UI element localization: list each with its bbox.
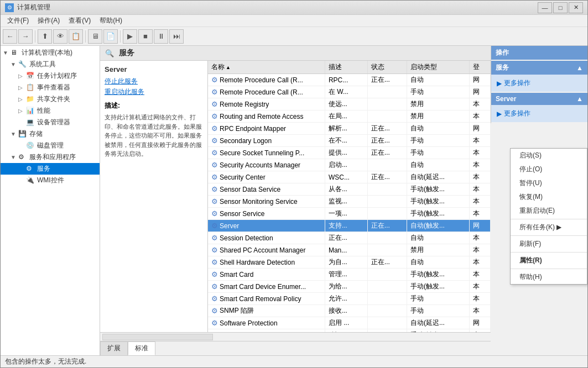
table-row[interactable]: ⚙Session Detection正在...自动本 — [208, 232, 491, 244]
sidebar-item-shared[interactable]: ▷ 📁 共享文件夹 — [1, 93, 100, 105]
context-menu-item[interactable]: 停止(O) — [511, 162, 587, 176]
center-panel: 🔍 服务 Server 停止此服务 重启动此服务 描述: 支持此计算机通过网络的… — [100, 46, 491, 355]
table-row[interactable]: ⚙Shared PC Account ManagerMan...禁用本 — [208, 244, 491, 256]
start-button[interactable]: ▶ — [123, 29, 137, 44]
sidebar-item-storage[interactable]: ▼ 💾 存储 — [1, 128, 100, 140]
table-row[interactable]: ⚙Server支持...正在...自动(触发...网 — [208, 220, 491, 232]
cell-1: 允许... — [325, 293, 367, 305]
table-row[interactable]: ⚙SNMP 陷阱接收...手动本 — [208, 305, 491, 317]
operations-header[interactable]: 操作 — [491, 46, 587, 60]
sidebar-item-wmi[interactable]: 🔌 WMI控件 — [1, 175, 100, 186]
restart-service-link[interactable]: 重启动此服务 — [105, 87, 203, 97]
ctx-separator — [511, 269, 587, 269]
context-menu-item[interactable]: 启动(S) — [511, 149, 587, 162]
cell-4: 本 — [470, 232, 491, 244]
context-menu-item[interactable]: 恢复(M) — [511, 190, 587, 204]
col-login[interactable]: 登 — [470, 61, 491, 74]
properties-button[interactable]: 📄 — [103, 29, 118, 44]
sidebar-item-services-app[interactable]: ▼ ⚙ 服务和应用程序 — [1, 151, 100, 163]
col-desc[interactable]: 描述 — [325, 61, 367, 74]
sidebar-item-system[interactable]: ▼ 🔧 系统工具 — [1, 59, 100, 70]
services-sub-header[interactable]: 服务 ▲ — [491, 61, 587, 75]
col-status[interactable]: 状态 — [367, 61, 407, 74]
more-actions-services[interactable]: ▶ 更多操作 — [496, 77, 583, 90]
export-button[interactable]: 📋 — [69, 29, 83, 44]
table-row[interactable]: ⚙Remote Procedure Call (R...RPC...正在...自… — [208, 74, 491, 86]
new-window-button[interactable]: 🖥 — [88, 29, 102, 44]
maximize-button[interactable]: □ — [553, 2, 568, 13]
context-menu-item[interactable]: 帮助(H) — [511, 270, 587, 284]
server-sub-header[interactable]: Server ▲ — [491, 93, 587, 105]
tab-expand[interactable]: 扩展 — [100, 341, 128, 355]
menu-help[interactable]: 帮助(H) — [95, 15, 127, 27]
table-row[interactable]: ⚙Sensor Service一项...手动(触发...本 — [208, 208, 491, 220]
table-row[interactable]: ⚙Secondary Logon在不...正在...手动本 — [208, 135, 491, 147]
table-row[interactable]: ⚙Smart Card管理...手动(触发...本 — [208, 269, 491, 281]
stop-service-link[interactable]: 停止此服务 — [105, 77, 203, 86]
context-menu-item[interactable]: 暂停(U) — [511, 176, 587, 190]
shared-icon: 📁 — [26, 95, 35, 104]
sidebar-item-perf[interactable]: ▷ 📊 性能 — [1, 105, 100, 117]
window-controls: — □ ✕ — [538, 2, 583, 13]
cell-1: 提供... — [325, 147, 367, 159]
context-menu-item[interactable]: 重新启动(E) — [511, 204, 587, 218]
forward-button[interactable]: → — [18, 29, 33, 44]
cell-3: 手动(触发... — [407, 281, 469, 293]
ctx-separator — [511, 219, 587, 219]
sidebar-item-device[interactable]: 💻 设备管理器 — [1, 117, 100, 128]
table-row[interactable]: ⚙Sensor Data Service从各...手动(触发...本 — [208, 183, 491, 196]
table-row[interactable]: ⚙Remote Registry使远...禁用本 — [208, 98, 491, 111]
server-sub-title: Server — [496, 95, 516, 103]
table-row[interactable]: ⚙Smart Card Device Enumer...为给...手动(触发..… — [208, 281, 491, 293]
resume-button[interactable]: ⏭ — [169, 29, 184, 44]
stop-button[interactable]: ■ — [138, 29, 153, 44]
table-row[interactable]: ⚙Security Accounts Manager启动...自动本 — [208, 159, 491, 171]
cell-2: 正在... — [367, 147, 407, 159]
sidebar-item-services[interactable]: ⚙ 服务 — [1, 163, 100, 175]
table-row[interactable]: ⚙Routing and Remote Access在局...禁用本 — [208, 111, 491, 123]
table-row[interactable]: ⚙Shell Hardware Detection为自...正在...自动本 — [208, 256, 491, 269]
close-button[interactable]: ✕ — [569, 2, 583, 13]
sidebar-item-task[interactable]: ▷ 📅 任务计划程序 — [1, 70, 100, 82]
bottom-tabs: 扩展 标准 — [100, 341, 491, 355]
sidebar-item-disk[interactable]: 💿 磁盘管理 — [1, 140, 100, 151]
minimize-button[interactable]: — — [538, 2, 552, 13]
back-button[interactable]: ← — [3, 29, 17, 44]
show-hide-button[interactable]: 👁 — [53, 29, 67, 44]
table-row[interactable]: ⚙Software Protection启用 ...自动(延迟...网 — [208, 317, 491, 329]
horizontal-scrollbar[interactable] — [102, 334, 213, 340]
col-name[interactable]: 名称▲ — [208, 61, 325, 74]
pause-button[interactable]: ⏸ — [154, 29, 168, 44]
context-menu-item[interactable]: 所有任务(K) ▶ — [511, 220, 587, 234]
services-header: 🔍 服务 — [100, 46, 491, 61]
menu-action[interactable]: 操作(A) — [33, 15, 64, 27]
cell-3: 自动 — [407, 159, 469, 171]
menu-view[interactable]: 查看(V) — [64, 15, 95, 27]
table-row[interactable]: ⚙RPC Endpoint Mapper解析...正在...自动网 — [208, 123, 491, 135]
right-panel-wrapper: 操作 服务 ▲ ▶ 更多操作 — [491, 46, 587, 355]
more-actions-server[interactable]: ▶ 更多操作 — [496, 107, 583, 120]
menu-file[interactable]: 文件(F) — [3, 15, 33, 27]
cell-2 — [367, 208, 407, 220]
col-startup[interactable]: 启动类型 — [407, 61, 469, 74]
context-menu-item[interactable]: 属性(R) — [511, 254, 587, 267]
table-row[interactable]: ⚙Sensor Monitoring Service监视...手动(触发...本 — [208, 196, 491, 208]
cell-3: 手动 — [407, 305, 469, 317]
table-row[interactable]: ⚙Secure Socket Tunneling P...提供...正在...手… — [208, 147, 491, 159]
sidebar-item-computer[interactable]: ▼ 🖥 计算机管理(本地) — [1, 47, 100, 59]
table-row[interactable]: ⚙Smart Card Removal Policy允许...手动本 — [208, 293, 491, 305]
sidebar-item-event[interactable]: ▷ 📋 事件查看器 — [1, 82, 100, 93]
up-button[interactable]: ⬆ — [38, 29, 52, 44]
cell-4: 本 — [470, 147, 491, 159]
cell-0: ⚙Smart Card Removal Policy — [208, 293, 325, 305]
table-row[interactable]: ⚙Security CenterWSC...正在...自动(延迟...本 — [208, 171, 491, 183]
menu-bar: 文件(F) 操作(A) 查看(V) 帮助(H) — [1, 15, 587, 27]
context-menu-item[interactable]: 刷新(F) — [511, 237, 587, 251]
cell-4: 本 — [470, 196, 491, 208]
storage-expand: ▼ — [11, 131, 18, 137]
cell-1: 一项... — [325, 208, 367, 220]
title-bar: ⚙ 计算机管理 — □ ✕ — [1, 1, 587, 15]
table-row[interactable]: ⚙Remote Procedure Call (R...在 W...手动网 — [208, 86, 491, 98]
tab-standard[interactable]: 标准 — [128, 341, 155, 355]
services-list[interactable]: 名称▲ 描述 状态 启动类型 登 ⚙Remote Procedure Call … — [208, 61, 491, 332]
